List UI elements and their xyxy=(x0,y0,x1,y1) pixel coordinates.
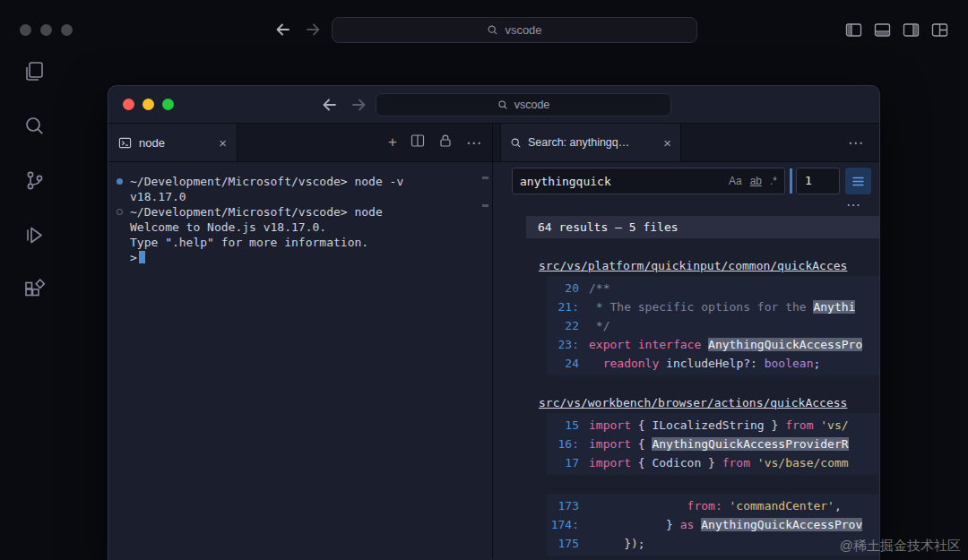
customize-layout-icon[interactable] xyxy=(931,22,948,42)
regex-toggle[interactable]: .* xyxy=(770,175,777,187)
line-number: 24 xyxy=(547,357,579,370)
more-actions-icon[interactable]: ⋯ xyxy=(466,134,481,152)
search-editor-pane: Aa ab .* 1 ⋯ 64 results – 5 files src/vs… xyxy=(493,162,879,559)
outer-search-label: vscode xyxy=(505,23,541,37)
result-block: 15import { ILocalizedString } from 'vs/1… xyxy=(547,413,879,475)
toggle-search-details-icon[interactable]: ⋯ xyxy=(846,196,860,213)
result-block: 20/**21: * The specific options for the … xyxy=(547,276,879,375)
result-line[interactable]: 17import { Codicon } from 'vs/base/comm xyxy=(547,453,879,472)
new-terminal-icon[interactable]: + xyxy=(388,134,397,151)
focus-accent-bar xyxy=(790,168,792,194)
search-results: src/vs/platform/quickinput/common/quickA… xyxy=(493,259,879,556)
terminal-cursor xyxy=(139,251,145,263)
outer-titlebar: vscode xyxy=(0,0,968,50)
terminal-output: ~/Development/Microsoft/vscode> node -vv… xyxy=(130,174,485,265)
minimize-window-button[interactable] xyxy=(143,99,154,110)
command-decoration-icon xyxy=(117,178,123,185)
extensions-icon[interactable] xyxy=(22,278,47,306)
tab-bar: node × + ⋯ Search: anythingq… × ⋯ xyxy=(108,124,879,162)
terminal-line: > xyxy=(130,250,485,265)
command-center-search[interactable]: vscode xyxy=(376,93,671,116)
match-case-toggle[interactable]: Aa xyxy=(729,175,742,187)
whole-word-toggle[interactable]: ab xyxy=(750,175,762,187)
result-file-path[interactable]: src/vs/platform/quickinput/common/quickA… xyxy=(539,259,879,272)
code-text: from: 'commandCenter', xyxy=(589,499,842,513)
code-text: import { ILocalizedString } from 'vs/ xyxy=(589,418,849,432)
back-arrow-icon[interactable] xyxy=(273,20,293,39)
code-text: import { AnythingQuickAccessProviderR xyxy=(589,437,849,451)
close-icon[interactable]: × xyxy=(663,136,671,150)
code-text: }); xyxy=(589,537,645,550)
result-line[interactable]: 23:export interface AnythingQuickAccessP… xyxy=(547,335,879,354)
search-icon[interactable] xyxy=(22,114,47,142)
line-number: 174: xyxy=(547,518,579,531)
terminal-line: Type ".help" for more information. xyxy=(130,235,485,250)
activity-bar xyxy=(0,50,68,560)
zoom-window-button[interactable] xyxy=(162,99,174,110)
result-line[interactable]: 175 }); xyxy=(547,534,879,553)
result-line[interactable]: 24 readonly includeHelp?: boolean; xyxy=(547,354,879,373)
watermark: @稀土掘金技术社区 xyxy=(840,538,961,555)
line-number: 20 xyxy=(547,281,579,295)
terminal-icon xyxy=(118,136,132,150)
terminal-pane[interactable]: ~/Development/Microsoft/vscode> node -vv… xyxy=(108,162,493,559)
back-arrow-icon[interactable] xyxy=(320,95,340,115)
code-text: * The specific options for the Anythi xyxy=(589,300,855,314)
command-decoration-ruler-mark xyxy=(482,177,488,179)
split-editor-icon[interactable] xyxy=(411,134,425,151)
forward-arrow-icon[interactable] xyxy=(349,95,368,115)
close-window-button[interactable] xyxy=(123,99,134,110)
search-icon xyxy=(510,137,522,149)
result-line[interactable]: 21: * The specific options for the Anyth… xyxy=(547,297,879,316)
forward-arrow-icon[interactable] xyxy=(303,20,323,39)
line-number: 15 xyxy=(547,418,579,432)
tab-terminal-node[interactable]: node × xyxy=(108,124,238,161)
toggle-panel-icon[interactable] xyxy=(874,22,891,42)
search-input[interactable] xyxy=(520,175,721,188)
traffic-light-inactive[interactable] xyxy=(61,24,73,36)
inner-titlebar: vscode xyxy=(108,86,879,124)
toggle-sidebar-icon[interactable] xyxy=(845,22,862,42)
result-line[interactable]: 173 from: 'commandCenter', xyxy=(547,496,879,515)
result-file-group: src/vs/workbench/browser/actions/quickAc… xyxy=(493,396,879,556)
run-debug-icon[interactable] xyxy=(22,223,47,251)
results-summary: 64 results – 5 files xyxy=(526,216,879,238)
search-query-box[interactable]: Aa ab .* xyxy=(512,168,785,194)
context-lines-input[interactable]: 1 xyxy=(796,168,840,194)
terminal-line: ~/Development/Microsoft/vscode> node xyxy=(130,204,485,220)
source-control-icon[interactable] xyxy=(22,168,47,196)
command-center-label: vscode xyxy=(514,99,550,111)
result-line[interactable]: 174: } as AnythingQuickAccessProv xyxy=(547,515,879,534)
code-text: } as AnythingQuickAccessProv xyxy=(589,518,862,531)
outer-command-center-search[interactable]: vscode xyxy=(332,17,697,43)
search-icon xyxy=(487,24,498,36)
tab-search-editor[interactable]: Search: anythingq… × xyxy=(500,124,681,161)
result-line[interactable]: 16:import { AnythingQuickAccessProviderR xyxy=(547,435,879,453)
traffic-light-inactive[interactable] xyxy=(40,24,52,36)
more-actions-icon[interactable]: ⋯ xyxy=(848,134,863,152)
tab-label: Search: anythingq… xyxy=(528,136,629,149)
close-icon[interactable]: × xyxy=(219,136,227,150)
code-text: */ xyxy=(589,319,609,332)
result-line[interactable]: 15import { ILocalizedString } from 'vs/ xyxy=(547,416,879,435)
open-results-in-editor-button[interactable] xyxy=(845,168,871,194)
explorer-icon[interactable] xyxy=(22,59,47,87)
code-text: /** xyxy=(589,281,609,295)
line-number: 16: xyxy=(547,437,579,451)
result-line[interactable]: 20/** xyxy=(547,279,879,297)
search-controls: Aa ab .* 1 ⋯ xyxy=(493,162,879,216)
result-file-path[interactable]: src/vs/workbench/browser/actions/quickAc… xyxy=(539,396,879,409)
line-number: 23: xyxy=(547,338,579,351)
vscode-window: vscode node × + ⋯ Search: anythingq… × xyxy=(108,85,880,560)
command-decoration-ruler-mark xyxy=(482,204,488,207)
result-line[interactable]: 22 */ xyxy=(547,316,879,335)
line-number: 17 xyxy=(547,456,579,470)
terminal-line: ~/Development/Microsoft/vscode> node -v xyxy=(130,174,485,189)
code-text: readonly includeHelp?: boolean; xyxy=(589,357,820,370)
inner-traffic-lights[interactable] xyxy=(123,99,174,110)
tab-label: node xyxy=(139,136,165,150)
traffic-light-inactive[interactable] xyxy=(20,24,31,36)
outer-traffic-lights[interactable] xyxy=(20,24,73,36)
toggle-secondary-sidebar-icon[interactable] xyxy=(903,22,920,42)
lock-icon[interactable] xyxy=(438,134,453,151)
